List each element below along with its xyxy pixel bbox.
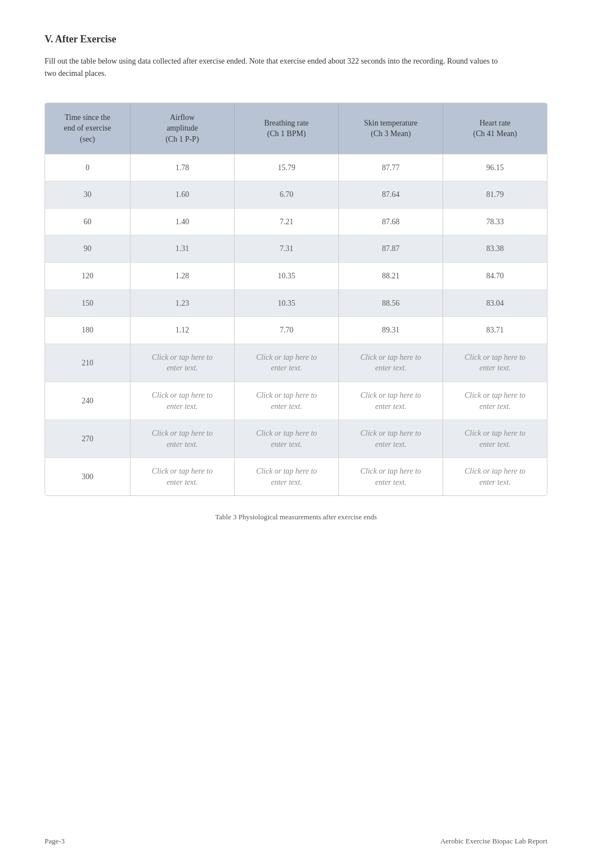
cell-time: 240 — [45, 382, 130, 419]
cell-airflow: 1.28 — [130, 262, 234, 290]
cell-skin-temp[interactable]: Click or tap here toenter text. — [339, 382, 443, 419]
cell-time: 270 — [45, 420, 130, 458]
cell-skin-temp: 87.68 — [339, 208, 443, 235]
cell-time: 30 — [45, 181, 130, 209]
cell-breathing: 15.79 — [234, 154, 338, 181]
cell-airflow: 1.12 — [130, 317, 234, 344]
cell-heart-rate: 96.15 — [443, 154, 547, 181]
section-title: V. After Exercise — [45, 33, 547, 45]
cell-heart-rate[interactable]: Click or tap here toenter text. — [443, 344, 547, 382]
cell-airflow: 1.78 — [130, 154, 234, 181]
data-table: Time since theend of exercise(sec) Airfl… — [45, 103, 547, 496]
cell-breathing[interactable]: Click or tap here toenter text. — [234, 420, 338, 458]
cell-time: 90 — [45, 235, 130, 263]
cell-airflow: 1.31 — [130, 235, 234, 263]
cell-time: 210 — [45, 344, 130, 382]
section-description: Fill out the table below using data coll… — [45, 55, 502, 80]
cell-breathing: 10.35 — [234, 290, 338, 317]
cell-skin-temp: 88.21 — [339, 262, 443, 290]
cell-heart-rate[interactable]: Click or tap here toenter text. — [443, 458, 547, 496]
table-row: 300Click or tap here toenter text.Click … — [45, 458, 547, 496]
cell-airflow[interactable]: Click or tap here toenter text. — [130, 458, 234, 496]
cell-time: 0 — [45, 154, 130, 181]
table-row: 601.407.2187.6878.33 — [45, 208, 547, 235]
cell-breathing[interactable]: Click or tap here toenter text. — [234, 382, 338, 419]
page-footer: Page-3 Aerobic Exercise Biopac Lab Repor… — [45, 837, 547, 846]
cell-skin-temp: 89.31 — [339, 317, 443, 344]
cell-heart-rate: 81.79 — [443, 181, 547, 209]
cell-heart-rate: 83.38 — [443, 235, 547, 263]
cell-breathing: 6.70 — [234, 181, 338, 209]
cell-heart-rate[interactable]: Click or tap here toenter text. — [443, 382, 547, 419]
cell-time: 150 — [45, 290, 130, 317]
cell-breathing: 7.70 — [234, 317, 338, 344]
cell-heart-rate: 83.71 — [443, 317, 547, 344]
cell-breathing: 10.35 — [234, 262, 338, 290]
table-row: 1201.2810.3588.2184.70 — [45, 262, 547, 290]
table-row: 01.7815.7987.7796.15 — [45, 154, 547, 181]
cell-heart-rate: 83.04 — [443, 290, 547, 317]
cell-airflow[interactable]: Click or tap here toenter text. — [130, 344, 234, 382]
table-row: 1801.127.7089.3183.71 — [45, 317, 547, 344]
table-row: 301.606.7087.6481.79 — [45, 181, 547, 209]
cell-skin-temp: 87.64 — [339, 181, 443, 209]
table-row: 240Click or tap here toenter text.Click … — [45, 382, 547, 419]
cell-time: 60 — [45, 208, 130, 235]
col-header-breathing: Breathing rate(Ch 1 BPM) — [234, 103, 338, 154]
footer-page-number: Page-3 — [45, 837, 65, 846]
table-header-row: Time since theend of exercise(sec) Airfl… — [45, 103, 547, 154]
cell-skin-temp[interactable]: Click or tap here toenter text. — [339, 420, 443, 458]
table-row: 210Click or tap here toenter text.Click … — [45, 344, 547, 382]
cell-airflow: 1.60 — [130, 181, 234, 209]
cell-breathing[interactable]: Click or tap here toenter text. — [234, 458, 338, 496]
table-row: 901.317.3187.8783.38 — [45, 235, 547, 263]
table-row: 1501.2310.3588.5683.04 — [45, 290, 547, 317]
cell-breathing[interactable]: Click or tap here toenter text. — [234, 344, 338, 382]
cell-skin-temp: 88.56 — [339, 290, 443, 317]
cell-airflow: 1.23 — [130, 290, 234, 317]
cell-time: 180 — [45, 317, 130, 344]
col-header-time: Time since theend of exercise(sec) — [45, 103, 130, 154]
cell-airflow[interactable]: Click or tap here toenter text. — [130, 382, 234, 419]
col-header-heart-rate: Heart rate(Ch 41 Mean) — [443, 103, 547, 154]
col-header-skin-temp: Skin temperature(Ch 3 Mean) — [339, 103, 443, 154]
cell-breathing: 7.21 — [234, 208, 338, 235]
cell-heart-rate[interactable]: Click or tap here toenter text. — [443, 420, 547, 458]
cell-skin-temp: 87.77 — [339, 154, 443, 181]
cell-time: 300 — [45, 458, 130, 496]
table-caption: Table 3 Physiological measurements after… — [45, 513, 547, 522]
cell-heart-rate: 78.33 — [443, 208, 547, 235]
cell-heart-rate: 84.70 — [443, 262, 547, 290]
cell-airflow[interactable]: Click or tap here toenter text. — [130, 420, 234, 458]
cell-time: 120 — [45, 262, 130, 290]
cell-skin-temp[interactable]: Click or tap here toenter text. — [339, 344, 443, 382]
cell-skin-temp[interactable]: Click or tap here toenter text. — [339, 458, 443, 496]
cell-airflow: 1.40 — [130, 208, 234, 235]
table-row: 270Click or tap here toenter text.Click … — [45, 420, 547, 458]
footer-report-title: Aerobic Exercise Biopac Lab Report — [440, 837, 547, 846]
col-header-airflow: Airflowamplitude(Ch 1 P-P) — [130, 103, 234, 154]
cell-skin-temp: 87.87 — [339, 235, 443, 263]
cell-breathing: 7.31 — [234, 235, 338, 263]
